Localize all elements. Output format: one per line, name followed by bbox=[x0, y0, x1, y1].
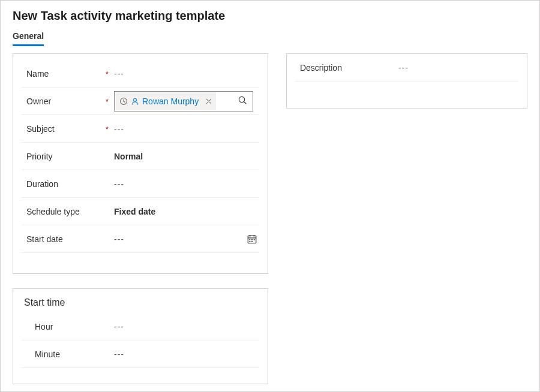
field-priority-label: Priority bbox=[26, 152, 106, 161]
field-subject-row: Subject * --- bbox=[22, 115, 259, 143]
person-icon bbox=[131, 97, 139, 105]
required-spacer bbox=[106, 156, 114, 157]
field-name-row: Name * --- bbox=[22, 60, 259, 88]
calendar-icon[interactable] bbox=[246, 233, 258, 245]
field-description-row: Description --- bbox=[295, 54, 518, 82]
field-scheduletype-value[interactable]: Fixed date bbox=[114, 207, 258, 216]
field-owner-value: Rowan Murphy bbox=[114, 91, 258, 111]
field-subject-value[interactable]: --- bbox=[114, 124, 258, 134]
field-scheduletype-row: Schedule type Fixed date bbox=[22, 198, 259, 225]
field-hour-label: Hour bbox=[35, 322, 106, 331]
field-priority-text: Normal bbox=[114, 152, 258, 161]
svg-rect-8 bbox=[251, 241, 253, 242]
required-indicator: * bbox=[106, 97, 114, 105]
required-spacer bbox=[106, 239, 114, 240]
form-columns: Name * --- Owner * bbox=[13, 53, 527, 384]
field-name-text: --- bbox=[114, 69, 258, 79]
required-spacer bbox=[106, 354, 114, 355]
field-startdate-row: Start date --- bbox=[22, 225, 259, 253]
field-minute-label: Minute bbox=[35, 349, 106, 359]
field-owner-label: Owner bbox=[26, 97, 106, 106]
field-description-value[interactable]: --- bbox=[398, 63, 518, 73]
general-card: Name * --- Owner * bbox=[13, 53, 268, 274]
required-spacer bbox=[106, 326, 114, 327]
starttime-spacer bbox=[22, 368, 259, 375]
field-hour-value[interactable]: --- bbox=[114, 322, 258, 331]
field-duration-row: Duration --- bbox=[22, 170, 259, 198]
starttime-card: Start time Hour --- Minute --- bbox=[13, 288, 268, 384]
description-card: Description --- bbox=[286, 53, 527, 108]
form-page: New Task activity marketing template Gen… bbox=[0, 0, 540, 392]
owner-search-button[interactable] bbox=[232, 92, 253, 111]
field-startdate-value[interactable]: --- bbox=[114, 233, 258, 245]
field-duration-value[interactable]: --- bbox=[114, 179, 258, 189]
svg-point-1 bbox=[134, 98, 137, 101]
field-minute-value[interactable]: --- bbox=[114, 349, 258, 359]
field-scheduletype-label: Schedule type bbox=[26, 207, 106, 216]
svg-rect-6 bbox=[254, 239, 255, 240]
owner-chip-text: Rowan Murphy bbox=[142, 97, 199, 106]
required-spacer bbox=[106, 211, 114, 212]
field-startdate-label: Start date bbox=[26, 234, 106, 244]
general-spacer bbox=[22, 253, 259, 265]
form-left-column: Name * --- Owner * bbox=[13, 53, 268, 384]
page-title: New Task activity marketing template bbox=[13, 9, 527, 23]
field-subject-text: --- bbox=[114, 124, 258, 134]
svg-rect-7 bbox=[249, 241, 250, 242]
field-name-label: Name bbox=[26, 69, 106, 79]
field-duration-text: --- bbox=[114, 179, 258, 189]
field-startdate-text: --- bbox=[114, 234, 246, 244]
owner-chip-remove-icon[interactable] bbox=[205, 98, 212, 105]
field-name-value[interactable]: --- bbox=[114, 69, 258, 79]
description-spacer bbox=[295, 82, 518, 102]
field-scheduletype-text: Fixed date bbox=[114, 207, 258, 216]
field-priority-value[interactable]: Normal bbox=[114, 152, 258, 161]
field-duration-label: Duration bbox=[26, 179, 106, 189]
field-minute-text: --- bbox=[114, 349, 258, 359]
search-icon bbox=[238, 95, 247, 107]
required-spacer bbox=[106, 183, 114, 185]
field-subject-label: Subject bbox=[26, 124, 106, 134]
recent-icon bbox=[119, 97, 128, 105]
owner-chip[interactable]: Rowan Murphy bbox=[116, 92, 216, 110]
svg-rect-4 bbox=[249, 239, 250, 240]
owner-lookup[interactable]: Rowan Murphy bbox=[114, 91, 253, 111]
tab-general[interactable]: General bbox=[13, 29, 44, 46]
svg-rect-5 bbox=[251, 239, 253, 240]
required-indicator: * bbox=[106, 125, 114, 133]
field-description-label: Description bbox=[295, 63, 398, 73]
starttime-title: Start time bbox=[24, 297, 259, 308]
field-owner-row: Owner * bbox=[22, 88, 259, 115]
required-indicator: * bbox=[106, 70, 114, 78]
tab-bar: General bbox=[13, 29, 527, 46]
field-hour-text: --- bbox=[114, 322, 258, 331]
field-priority-row: Priority Normal bbox=[22, 143, 259, 170]
field-hour-row: Hour --- bbox=[22, 313, 259, 340]
field-minute-row: Minute --- bbox=[22, 340, 259, 368]
form-right-column: Description --- bbox=[286, 53, 527, 108]
